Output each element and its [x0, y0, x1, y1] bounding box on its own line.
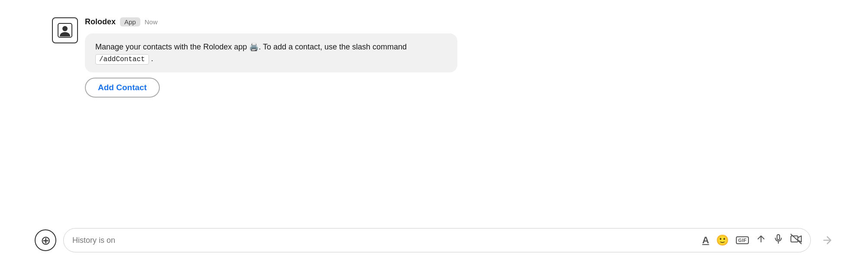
mic-icon: [773, 234, 784, 247]
avatar: [52, 17, 78, 43]
message-row: Rolodex App Now Manage your contacts wit…: [52, 17, 816, 98]
emoji-icon: 🙂: [716, 234, 729, 246]
message-header: Rolodex App Now: [85, 17, 816, 26]
message-content: Rolodex App Now Manage your contacts wit…: [85, 17, 816, 98]
input-wrapper: A 🙂 GIF: [63, 228, 811, 252]
app-badge: App: [120, 17, 140, 26]
add-button[interactable]: ⊕: [35, 229, 56, 251]
video-button[interactable]: [790, 234, 802, 247]
gif-icon: GIF: [736, 236, 749, 244]
plus-icon: ⊕: [41, 233, 51, 248]
gif-button[interactable]: GIF: [736, 236, 749, 244]
add-contact-button[interactable]: Add Contact: [85, 78, 160, 98]
video-icon: [790, 234, 802, 247]
send-icon: [821, 234, 833, 246]
input-icons: A 🙂 GIF: [702, 234, 802, 247]
message-input[interactable]: [72, 236, 697, 245]
message-text-part2: .: [149, 54, 153, 63]
format-text-icon: A: [702, 235, 709, 246]
emoji-button[interactable]: 🙂: [716, 234, 729, 246]
chat-area: Rolodex App Now Manage your contacts wit…: [0, 9, 868, 221]
send-button[interactable]: [821, 234, 833, 246]
svg-point-1: [62, 26, 68, 31]
upload-icon: [756, 234, 766, 247]
input-area: ⊕ A 🙂 GIF: [0, 221, 868, 259]
format-text-button[interactable]: A: [702, 235, 709, 246]
inline-code: /addContact: [95, 54, 149, 65]
svg-rect-2: [777, 235, 780, 240]
message-bubble: Manage your contacts with the Rolodex ap…: [85, 33, 457, 72]
sender-name: Rolodex: [85, 17, 116, 26]
upload-button[interactable]: [756, 234, 766, 247]
timestamp: Now: [145, 18, 158, 26]
message-text-part1: Manage your contacts with the Rolodex ap…: [95, 42, 407, 51]
mic-button[interactable]: [773, 234, 784, 247]
